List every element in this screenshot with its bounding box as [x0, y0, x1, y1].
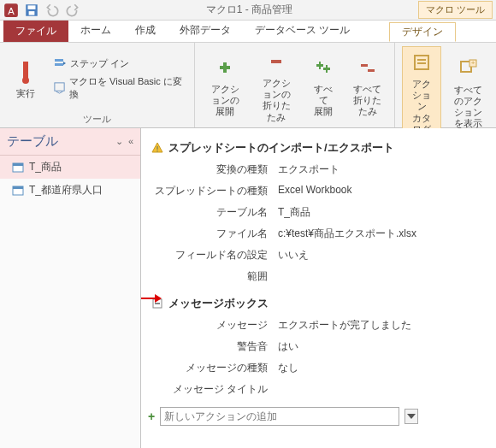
prop-label: 変換の種類	[151, 162, 278, 177]
access-app-icon[interactable]: A	[3, 3, 19, 18]
collapse-toggle-icon[interactable]	[151, 298, 163, 309]
svg-rect-30	[156, 150, 157, 151]
add-action-placeholder: 新しいアクションの追加	[164, 410, 277, 424]
svg-text:+: +	[471, 59, 475, 67]
svg-rect-9	[55, 83, 64, 91]
svg-rect-26	[13, 163, 23, 166]
expand-actions-button[interactable]: アクションの 展開	[202, 52, 248, 120]
prop-value[interactable]: エクスポート	[278, 162, 486, 177]
nav-item-t-shouhin[interactable]: T_商品	[0, 156, 140, 179]
nav-header[interactable]: テーブル ⌄ «	[0, 128, 140, 156]
step-in-label: ステップ イン	[70, 57, 129, 70]
window-title: マクロ1 - 商品管理	[80, 3, 418, 17]
expand-all-label: すべて 展開	[310, 84, 337, 118]
action-catalog-label: アクション カタログ	[408, 79, 435, 135]
svg-rect-29	[156, 146, 157, 150]
svg-rect-3	[28, 5, 36, 9]
show-all-actions-label: すべてのアクション を表示	[452, 85, 484, 130]
prop-label: ファイル名	[151, 227, 278, 241]
save-icon[interactable]	[24, 3, 39, 18]
prop-value[interactable]: c:¥test¥商品エクスポート.xlsx	[278, 227, 486, 241]
expand-all-button[interactable]: すべて 展開	[304, 52, 342, 120]
add-action-combobox[interactable]: 新しいアクションの追加	[160, 407, 399, 426]
run-label: 実行	[16, 88, 35, 99]
dropdown-arrow-icon[interactable]	[404, 409, 418, 424]
svg-rect-4	[29, 11, 35, 15]
svg-rect-14	[319, 62, 321, 69]
prop-label: フィールド名の設定	[151, 248, 278, 262]
workspace: テーブル ⌄ « T_商品 T_都道府県人口 スプレッドシートのインポート/エク…	[0, 128, 496, 448]
prop-value[interactable]: T_商品	[278, 205, 486, 220]
run-icon	[12, 58, 39, 85]
collapse-icon	[263, 48, 290, 75]
quick-access-toolbar: A	[3, 3, 80, 18]
undo-icon[interactable]	[44, 3, 60, 18]
table-icon	[12, 162, 24, 174]
step-in-button[interactable]: ステップ イン	[50, 55, 187, 72]
expand-icon	[211, 54, 239, 81]
macro-action-messagebox[interactable]: メッセージボックス メッセージエクスポートが完了しました 警告音はい メッセージ…	[151, 292, 486, 400]
tab-database-tools[interactable]: データベース ツール	[243, 21, 362, 42]
show-all-icon: +	[454, 55, 481, 82]
nav-item-label: T_都道府県人口	[29, 183, 103, 197]
convert-vb-button[interactable]: マクロを Visual Basic に変換	[50, 74, 187, 103]
redo-icon[interactable]	[65, 3, 80, 18]
collapse-all-label: すべて 折りたたみ	[352, 84, 382, 118]
svg-rect-20	[417, 59, 426, 61]
contextual-tab-label: マクロ ツール	[418, 1, 493, 19]
svg-rect-21	[417, 62, 426, 64]
warning-icon	[151, 142, 163, 154]
collapse-actions-button[interactable]: アクションの 折りたたみ	[253, 46, 299, 125]
prop-value[interactable]: いいえ	[278, 248, 486, 262]
svg-rect-32	[155, 303, 160, 304]
action-title: メッセージボックス	[168, 296, 269, 311]
ribbon: 実行 ステップ イン マクロを Visual Basic に変換 ツール アクシ…	[0, 43, 496, 128]
convert-vb-label: マクロを Visual Basic に変換	[69, 75, 184, 101]
ribbon-group-tools: 実行 ステップ イン マクロを Visual Basic に変換 ツール	[0, 43, 195, 127]
svg-rect-18	[368, 69, 375, 72]
prop-value[interactable]	[278, 382, 486, 397]
run-button[interactable]: 実行	[7, 56, 44, 101]
svg-point-6	[22, 77, 29, 84]
nav-header-title: テーブル	[7, 133, 58, 150]
collapse-all-button[interactable]: すべて 折りたたみ	[347, 52, 387, 120]
prop-value[interactable]: はい	[278, 339, 486, 354]
prop-value[interactable]: Excel Workbook	[278, 184, 486, 198]
step-in-icon	[53, 56, 67, 70]
title-bar: A マクロ1 - 商品管理 マクロ ツール	[0, 0, 496, 21]
macro-action-import-export[interactable]: スプレッドシートのインポート/エクスポート 変換の種類エクスポート スプレッドシ…	[151, 137, 486, 287]
prop-label: スプレッドシートの種類	[151, 184, 278, 198]
shutter-open-icon[interactable]: «	[128, 136, 133, 147]
prop-label: メッセージ	[151, 318, 278, 333]
nav-item-t-todoufuken[interactable]: T_都道府県人口	[0, 179, 140, 202]
convert-vb-icon	[53, 81, 66, 95]
ribbon-tabs: ファイル ホーム 作成 外部データ データベース ツール デザイン	[0, 21, 496, 43]
svg-rect-28	[13, 186, 23, 189]
tab-file[interactable]: ファイル	[3, 21, 68, 42]
prop-value[interactable]: なし	[278, 361, 486, 375]
tab-design[interactable]: デザイン	[389, 22, 456, 42]
tab-create[interactable]: 作成	[123, 21, 168, 42]
prop-label: メッセージ タイトル	[151, 382, 278, 397]
tab-home[interactable]: ホーム	[68, 21, 123, 42]
prop-label: 警告音	[151, 339, 278, 354]
svg-rect-8	[55, 63, 63, 66]
macro-designer: スプレッドシートのインポート/エクスポート 変換の種類エクスポート スプレッドシ…	[141, 128, 496, 448]
action-title: スプレッドシートのインポート/エクスポート	[168, 140, 394, 156]
prop-label: 範囲	[151, 269, 278, 284]
tab-external-data[interactable]: 外部データ	[168, 21, 243, 42]
plus-icon[interactable]: +	[148, 410, 155, 423]
prop-value[interactable]	[278, 269, 486, 284]
action-catalog-button[interactable]: アクション カタログ	[402, 46, 441, 138]
collapse-actions-label: アクションの 折りたたみ	[258, 78, 294, 123]
add-action-row: + 新しいアクションの追加	[148, 407, 482, 426]
svg-text:A: A	[8, 5, 15, 15]
nav-item-label: T_商品	[29, 160, 62, 174]
show-all-actions-button[interactable]: + すべてのアクション を表示	[446, 53, 489, 132]
chevron-down-icon[interactable]: ⌄	[115, 136, 123, 147]
prop-value[interactable]: エクスポートが完了しました	[278, 318, 486, 333]
prop-label: テーブル名	[151, 205, 278, 220]
svg-rect-7	[55, 59, 63, 62]
svg-rect-11	[223, 62, 227, 73]
navigation-pane: テーブル ⌄ « T_商品 T_都道府県人口	[0, 128, 141, 448]
